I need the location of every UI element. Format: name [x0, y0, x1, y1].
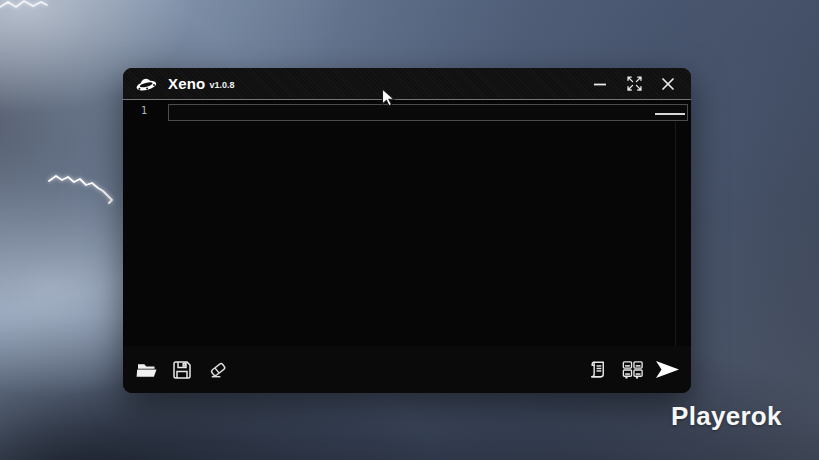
script-hub-button[interactable] [583, 356, 611, 384]
close-button[interactable] [655, 73, 681, 95]
scroll-icon [586, 358, 609, 381]
line-number: 1 [141, 105, 147, 116]
attach-grid-button[interactable] [618, 356, 646, 384]
text-cursor [655, 113, 685, 115]
send-arrow-icon [654, 359, 681, 380]
script-editor[interactable]: 1 [123, 100, 691, 346]
maximize-icon [625, 74, 644, 93]
xeno-window: Xeno v1.0.8 [123, 68, 691, 393]
eraser-icon [206, 358, 229, 381]
clear-editor-button[interactable] [203, 356, 231, 384]
app-version: v1.0.8 [209, 80, 234, 90]
editor-scrollbar[interactable] [675, 122, 676, 346]
minimize-button[interactable] [587, 73, 613, 95]
maximize-button[interactable] [621, 73, 647, 95]
toolbar-left-group [133, 356, 231, 384]
titlebar[interactable]: Xeno v1.0.8 [123, 68, 691, 100]
save-file-button[interactable] [168, 356, 196, 384]
toolbar-right-group [583, 356, 681, 384]
folder-open-icon [135, 358, 159, 382]
toolbar [123, 346, 691, 393]
execute-script-button[interactable] [653, 356, 681, 384]
close-icon [659, 75, 677, 93]
floppy-disk-icon [170, 358, 194, 382]
app-title: Xeno [168, 75, 205, 92]
minimize-icon [591, 75, 609, 93]
current-line-highlight[interactable] [168, 104, 688, 121]
watermark-text: Playerok [671, 401, 782, 432]
ufo-logo-icon [131, 73, 161, 95]
line-number-gutter: 1 [123, 100, 165, 346]
grid-monitors-icon [620, 358, 645, 382]
open-file-button[interactable] [133, 356, 161, 384]
